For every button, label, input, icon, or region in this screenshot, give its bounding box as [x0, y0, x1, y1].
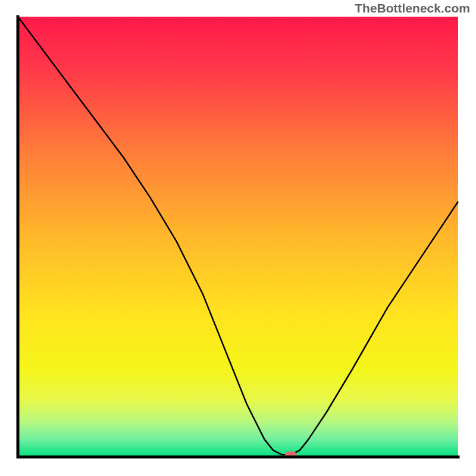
bottleneck-chart [0, 0, 476, 476]
chart-container: TheBottleneck.com [0, 0, 476, 476]
plot-background [18, 17, 458, 457]
watermark: TheBottleneck.com [355, 1, 470, 15]
